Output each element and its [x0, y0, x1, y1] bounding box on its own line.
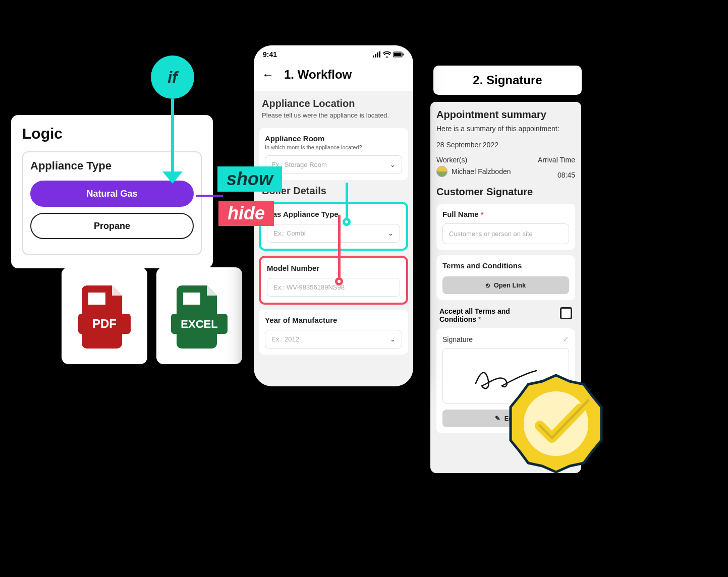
appointment-date: 28 September 2022	[436, 141, 575, 149]
svg-text:EXCEL: EXCEL	[181, 318, 217, 330]
excel-file-icon: EXCEL	[169, 280, 230, 351]
section-appliance-location-title: Appliance Location	[255, 98, 412, 111]
chevron-down-icon: ⌄	[388, 229, 394, 237]
full-name-label: Full Name	[442, 210, 569, 218]
gas-type-placeholder: Ex.: Combi	[273, 229, 306, 237]
connector-hide-v	[338, 215, 341, 281]
gas-type-input[interactable]: Ex.: Combi ⌄	[267, 224, 400, 243]
svg-rect-7	[373, 55, 374, 57]
svg-rect-1	[88, 293, 105, 305]
svg-rect-12	[403, 53, 404, 55]
open-link-label: Open Link	[494, 281, 526, 289]
customer-signature-title: Customer Signature	[436, 186, 575, 198]
appliance-room-label: Appliance Room	[265, 134, 402, 143]
connector-show-v	[346, 183, 348, 223]
wifi-icon	[383, 51, 391, 57]
open-link-button[interactable]: ⎋ Open Link	[442, 276, 569, 294]
field-model-number: Model Number Ex.: WV-98356189NS98	[259, 256, 408, 305]
appointment-summary-title: Appointment summary	[436, 109, 575, 121]
hide-label: hide	[228, 203, 265, 223]
model-number-placeholder: Ex.: WV-98356189NS98	[273, 283, 345, 291]
if-arrow-line	[171, 99, 174, 179]
if-arrow-head	[162, 171, 183, 184]
arrival-label: Arrival Time	[538, 156, 575, 164]
verified-seal-icon	[500, 368, 611, 479]
model-number-label: Model Number	[267, 264, 400, 272]
open-link-icon: ⎋	[486, 281, 490, 289]
year-input[interactable]: Ex.: 2012 ⌄	[265, 330, 402, 349]
chevron-down-icon: ⌄	[390, 161, 396, 168]
workers-label: Worker(s)	[436, 156, 467, 164]
svg-rect-8	[375, 54, 376, 57]
full-name-input[interactable]: Customer's or person on site	[442, 223, 569, 244]
tab-signature[interactable]: 2. Signature	[433, 66, 582, 95]
tab-signature-label: 2. Signature	[473, 73, 542, 87]
accept-terms-label: Accept all Terms and Conditions	[439, 307, 530, 323]
svg-marker-0	[162, 171, 183, 184]
svg-rect-9	[377, 52, 378, 57]
chevron-down-icon: ⌄	[390, 335, 396, 343]
edit-icon: ✎	[495, 415, 500, 422]
option-natural-gas[interactable]: Natural Gas	[30, 181, 194, 207]
appointment-summary-sub: Here is a summary of this appointment:	[436, 125, 575, 133]
if-label: if	[167, 68, 178, 87]
full-name-placeholder: Customer's or person on site	[449, 230, 533, 238]
status-bar: 9:41	[254, 45, 413, 64]
arrival-time: 08:45	[557, 171, 575, 179]
battery-icon	[393, 51, 404, 57]
section-appliance-location-sub: Please tell us were the appliance is loc…	[255, 111, 412, 125]
phone-body: Appliance Location Please tell us were t…	[254, 91, 413, 367]
gas-type-label: Gas Appliance Type	[267, 210, 400, 218]
model-number-input[interactable]: Ex.: WV-98356189NS98	[267, 278, 400, 297]
logic-title: Logic	[22, 125, 202, 142]
check-icon: ✓	[563, 334, 569, 344]
svg-rect-13	[394, 53, 402, 56]
field-gas-appliance-type: Gas Appliance Type Ex.: Combi ⌄	[259, 202, 408, 251]
show-label: show	[227, 168, 273, 189]
badge-hide: hide	[218, 201, 274, 226]
logic-card: Logic Appliance Type Natural Gas Propane	[11, 115, 213, 268]
phone-screen: 9:41 ← 1. Workflow Appliance Location Pl…	[254, 45, 413, 386]
year-label: Year of Manufacture	[265, 316, 402, 324]
logic-if-badge: if	[151, 55, 194, 99]
badge-show: show	[217, 166, 282, 192]
terms-label: Terms and Conditions	[442, 261, 569, 270]
field-year: Year of Manufacture Ex.: 2012 ⌄	[259, 310, 408, 355]
option-natural-gas-label: Natural Gas	[86, 189, 137, 199]
field-accept-terms: Accept all Terms and Conditions	[436, 305, 575, 328]
svg-rect-10	[379, 51, 380, 57]
svg-rect-4	[183, 293, 200, 305]
signal-icon	[373, 51, 381, 57]
option-propane-label: Propane	[94, 221, 130, 232]
appliance-type-label: Appliance Type	[30, 159, 194, 172]
export-excel-card[interactable]: EXCEL	[156, 267, 242, 364]
svg-text:PDF: PDF	[92, 317, 117, 330]
phone-header: ← 1. Workflow	[254, 64, 413, 91]
worker-name: Michael Falzboden	[452, 167, 511, 176]
status-time: 9:41	[263, 50, 277, 59]
export-pdf-card[interactable]: PDF	[62, 267, 147, 364]
connector-show-node	[343, 218, 351, 226]
logic-field-group: Appliance Type Natural Gas Propane	[22, 151, 202, 255]
signature-label: Signature	[442, 335, 473, 343]
connector-natural-gas	[196, 195, 223, 197]
pdf-file-icon: PDF	[74, 280, 135, 351]
field-full-name: Full Name Customer's or person on site	[436, 204, 575, 250]
connector-hide-node	[335, 277, 343, 285]
back-icon[interactable]: ←	[260, 67, 276, 83]
year-placeholder: Ex.: 2012	[271, 335, 299, 343]
accept-terms-checkbox[interactable]	[560, 307, 572, 319]
appliance-room-input[interactable]: Ex.: Storage Room ⌄	[265, 155, 402, 174]
field-terms: Terms and Conditions ⎋ Open Link	[436, 255, 575, 300]
option-propane[interactable]: Propane	[30, 213, 194, 239]
avatar	[436, 166, 447, 177]
appliance-room-help: In which room is the appliance located?	[265, 144, 402, 150]
phone-title: 1. Workflow	[284, 68, 352, 82]
